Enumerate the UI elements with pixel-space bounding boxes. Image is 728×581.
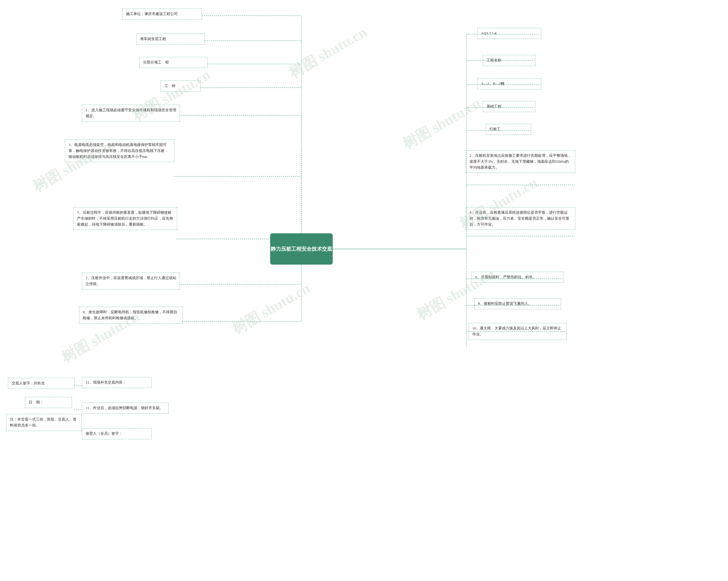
box-item7: 7、压桩作业中，应设置警戒或区域，禁止行人通过或站立停留。 <box>82 273 180 289</box>
box-jichu: 基础工程 <box>483 101 536 112</box>
watermark-3: 树图 shutu.cn <box>285 22 370 83</box>
box-item10: 10、遇大雨、大雾或六级及其以上大风时，应立即停止作业。 <box>469 323 567 340</box>
box-item3: 3、电源电缆必须架空，电箱和电动机接地接保护零线牢固可靠，触电保护器动作灵敏有效… <box>65 140 174 162</box>
box-item8: 8、接桩时应防止胶泥飞溅伤人。 <box>474 298 561 309</box>
box-note: 注：本交底一式三份，班组、交底人、资料保管员各一份。 <box>6 414 82 431</box>
box-jiangjungang: 将军岗安层工程 <box>136 33 205 45</box>
watermark-4: 树图 shutu.cn <box>399 93 484 154</box>
box-item11: 11、作业后，必须拉闸切断电源，锁好开关箱。 <box>82 403 168 414</box>
box-receiver: 接受人（全员）签字： <box>82 428 152 439</box>
box-gongchengmingcheng: 工程名称 <box>483 55 536 66</box>
box-item9: 9、发生故障时，应断电停机，报告机修组检修，不得擅自检修，禁止未停机时检修或接桩… <box>79 307 183 324</box>
box-item6: 6、吊预制桩时，严禁伤斜拉、斜吊。 <box>471 272 564 283</box>
box-jiaodiren: 交底人签字：刘长生 <box>8 378 75 389</box>
box-item2: 2、压桩机安装地点应按施工要求进行先期处理，应平整场地，坡度不大于3%，无积水，… <box>466 150 575 173</box>
box-date: 日 期： <box>25 397 72 408</box>
watermark-7: 树图 shutu.cn <box>228 278 314 339</box>
center-node: 静力压桩工程安全技术交底 <box>270 233 333 264</box>
box-ABdong: A—2、B—2幢 <box>477 78 541 89</box>
box-item1: 1、进入施工现场必须遵守安全操作规程和现场安全管理规定。 <box>82 105 180 122</box>
box-fenbufenxiang: 分部分项工 程 <box>139 57 208 68</box>
box-item5: 5、压桩过程中，应保持桩的垂直度，如遇地下障碍物使桩产生倾斜时，不得采用压桩机行… <box>73 207 177 230</box>
box-item4: 4、作业前，应检查液压系统连接部位是否牢靠，进行空载运转，检查有无漏油，压力表、… <box>466 207 575 230</box>
box-item12: 12、现场补充交底内容： <box>82 377 152 388</box>
box-dazhuanggong: 打桩工 <box>486 124 531 135</box>
box-shigongdanwei: 施工单位：肇庆市建设工程公司 <box>122 8 202 20</box>
box-AQ: AQ3.3.1.4 <box>477 28 541 39</box>
box-gongzhong: 工 种 <box>161 80 201 92</box>
